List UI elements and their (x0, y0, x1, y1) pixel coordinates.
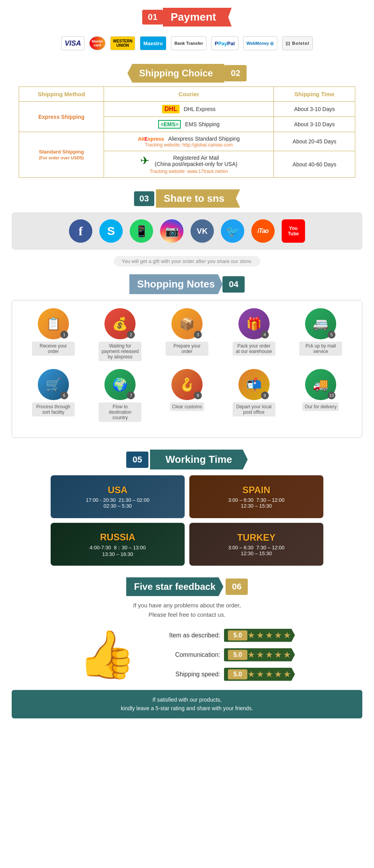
itao-icon[interactable]: iTao (251, 219, 275, 243)
express-shipping-label: Express Shipping (19, 102, 104, 132)
score-communication: 5.0 ★ ★ ★ ★ ★ (224, 648, 295, 662)
step-6-label: Process through sort facility (32, 402, 75, 416)
step-3-icon: 📦 (179, 316, 195, 331)
bottom-banner: If satisfied with our products, kindly l… (12, 690, 362, 718)
step-9-num: 9 (261, 392, 269, 399)
shopping-header: Shopping Notes 04 (12, 274, 362, 294)
table-row: Express Shipping DHL DHL Express About 3… (19, 102, 355, 117)
stars-shipping: ★ ★ ★ ★ ★ (247, 669, 291, 679)
step-8-icon: 🪝 (179, 377, 195, 392)
col-time: Shipping Time (274, 87, 355, 102)
maestro-icon: Maestro (140, 36, 166, 50)
spain-hours: 3:00 – 6:30 7:30 – 12:0012:30 – 15:30 (196, 497, 317, 509)
star-2: ★ (256, 669, 264, 679)
turkey-hours: 3:00 – 6:30 7:30 – 12:0012:30 – 15:30 (196, 545, 317, 556)
shopping-box: 📋 1 Receive your order 💰 2 Waiting for p… (12, 300, 362, 438)
step-9-icon: 📬 (246, 377, 262, 392)
step-3-circle: 📦 3 (171, 308, 203, 339)
star-4: ★ (274, 650, 282, 660)
vk-icon[interactable]: VK (191, 219, 214, 243)
ali-tracking: Tracking website: http://global.cainiao.… (109, 142, 269, 148)
whatsapp-icon[interactable]: 📱 (130, 219, 153, 243)
webmoney-icon: WebMoney ◎ (243, 36, 278, 50)
rating-shipping: Shipping speed: 5.0 ★ ★ ★ ★ ★ (158, 668, 306, 681)
airmail-row: ✈ Registered Air Mail(China post/epacket… (109, 154, 269, 167)
russia-hours: 4:00-7:30 8：30 – 13:0013:30 – 16:30 (57, 544, 178, 557)
score-value-communication: 5.0 (228, 650, 247, 660)
step-6: 🛒 6 Process through sort facility (32, 369, 75, 422)
shipping-table: Shipping Method Courier Shipping Time Ex… (19, 86, 355, 178)
step-8-circle: 🪝 8 (171, 369, 203, 400)
step-9-circle: 📬 9 (238, 369, 270, 400)
step-6-circle: 🛒 6 (38, 369, 69, 400)
step-7-circle: 🌍 7 (104, 369, 136, 400)
instagram-icon[interactable]: 📷 (160, 219, 183, 243)
score-described: 5.0 ★ ★ ★ ★ ★ (224, 629, 295, 642)
step-2-label: Waiting for payment released by alixpres… (99, 342, 141, 361)
star-4: ★ (274, 630, 282, 640)
steps-row-2: 🛒 6 Process through sort facility 🌍 7 Fl… (20, 369, 354, 422)
step-9-label: Depart your local post office (233, 402, 275, 416)
step-2-icon: 💰 (112, 316, 128, 331)
step-2: 💰 2 Waiting for payment released by alix… (99, 308, 141, 361)
ems-courier: ≡EMS≡ EMS Shipping (104, 117, 274, 132)
feedback-header: Five star feedback 06 (12, 577, 362, 596)
standard-shipping-label: Standard Shipping(For order over USD5) (19, 132, 104, 178)
step-1: 📋 1 Receive your order (32, 308, 75, 361)
step-1-icon: 📋 (46, 316, 61, 331)
western-union-icon: WESTERNUNION (110, 36, 135, 50)
score-value-shipping: 5.0 (228, 669, 247, 679)
star-5: ★ (283, 669, 291, 679)
step-7: 🌍 7 Flow to destination country (99, 369, 141, 422)
step-1-circle: 📋 1 (38, 308, 69, 339)
facebook-icon[interactable]: f (69, 219, 92, 243)
label-shipping: Shipping speed: (158, 671, 220, 678)
paypal-icon: P PayPal (211, 36, 238, 50)
step-4-label: Pack your order at our warehouse (233, 342, 275, 356)
star-5: ★ (283, 630, 291, 640)
payment-icons: VISA Mastercard WESTERNUNION Maestro Ban… (0, 32, 374, 54)
payment-section: 01 Payment VISA Mastercard WESTERNUNION … (0, 0, 374, 60)
working-section: 05 Working Time USA 17:00 - 20:30 21:30 … (0, 446, 374, 573)
stars-described: ★ ★ ★ ★ ★ (247, 630, 291, 640)
spain-label: SPAIN (196, 485, 317, 496)
label-described: Item as described: (158, 632, 220, 639)
step-9: 📬 9 Depart your local post office (233, 369, 275, 422)
shipping-section: Shipping Choice 02 Shipping Method Couri… (0, 64, 374, 178)
step-5-label: Pck up by mail service (299, 342, 342, 356)
label-communication: Communication: (158, 651, 220, 658)
step-4-circle: 🎁 4 (238, 308, 270, 339)
step-4-icon: 🎁 (246, 316, 262, 331)
working-header: 05 Working Time (12, 450, 362, 469)
star-2: ★ (256, 630, 264, 640)
ems-logo: ≡EMS≡ (158, 120, 181, 129)
time-card-usa: USA 17:00 - 20:30 21:30 – 02:0002:30 – 5… (51, 475, 185, 518)
shopping-section: Shopping Notes 04 📋 1 Receive your order… (0, 270, 374, 446)
dhl-name: DHL Express (183, 106, 215, 112)
twitter-icon[interactable]: 🐦 (221, 219, 244, 243)
skype-icon[interactable]: S (99, 219, 123, 243)
time-card-turkey: TURKEY 3:00 – 6:30 7:30 – 12:0012:30 – 1… (189, 523, 323, 566)
working-title: Working Time (150, 450, 248, 469)
dhl-logo: DHL (162, 105, 180, 113)
usa-label: USA (57, 485, 178, 496)
star-5: ★ (283, 650, 291, 660)
bank-transfer-icon: Bank Transfer (171, 36, 206, 50)
airmail-name: Registered Air Mail(China post/epacket-o… (155, 155, 237, 167)
star-3: ★ (265, 669, 273, 679)
working-num: 05 (126, 452, 148, 468)
russia-label: RUSSIA (57, 532, 178, 543)
step-10-icon: 🚚 (313, 377, 328, 392)
star-3: ★ (265, 630, 273, 640)
step-1-num: 1 (60, 331, 68, 339)
ems-time: About 3-10 Days (274, 117, 355, 132)
step-4-num: 4 (261, 331, 269, 339)
youtube-icon[interactable]: YouTube (282, 219, 305, 243)
sns-num: 03 (134, 191, 154, 206)
step-4: 🎁 4 Pack your order at our warehouse (233, 308, 275, 361)
boletol-icon: ||| Boletol (282, 36, 313, 50)
rating-item-described: Item as described: 5.0 ★ ★ ★ ★ ★ (158, 629, 306, 642)
shipping-header: Shipping Choice 02 (0, 64, 374, 83)
feedback-section: Five star feedback 06 If you have any pr… (0, 573, 374, 726)
step-5: 🚐 5 Pck up by mail service (299, 308, 342, 361)
